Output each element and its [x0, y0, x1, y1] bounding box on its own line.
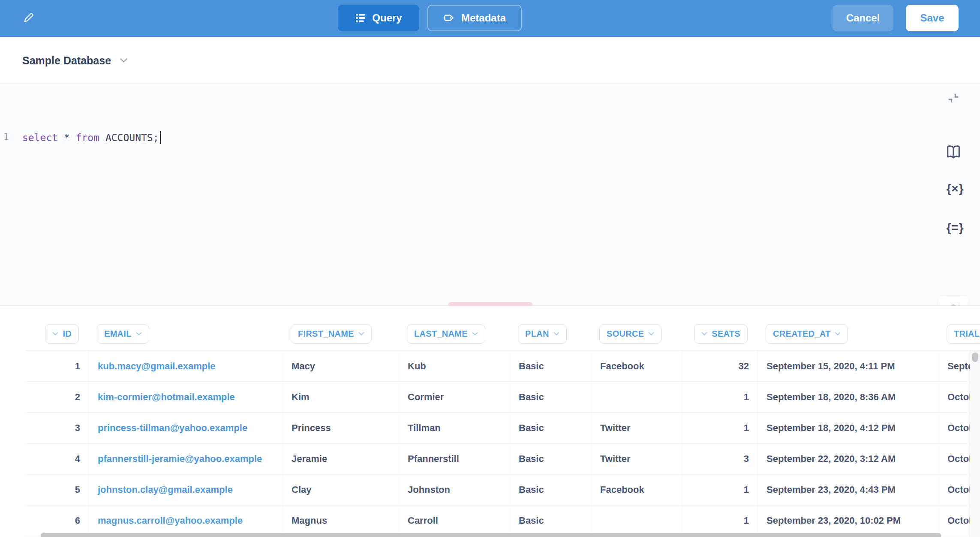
table-cell[interactable]: Pfannerstill — [399, 443, 510, 474]
table-cell[interactable]: Basic — [510, 413, 592, 443]
column-header-cell: PLAN — [510, 317, 592, 350]
horizontal-scrollbar-thumb[interactable] — [41, 533, 941, 537]
table-cell[interactable]: 3 — [26, 413, 89, 443]
table-cell[interactable]: 4 — [26, 443, 89, 474]
column-header-cell: CREATED_AT — [758, 317, 939, 350]
table-cell[interactable]: 3 — [682, 443, 758, 474]
tab-query-label: Query — [372, 12, 402, 24]
table-cell[interactable]: Clay — [283, 474, 399, 505]
collapse-editor-button[interactable] — [944, 89, 963, 108]
table-row: 5johnston.clay@gmail.exampleClayJohnston… — [26, 474, 980, 505]
table-cell[interactable]: Twitter — [592, 443, 682, 474]
table-cell[interactable]: 32 — [682, 351, 758, 381]
table-cell[interactable]: Basic — [510, 443, 592, 474]
table-cell[interactable]: kub.macy@gmail.example — [89, 351, 283, 381]
snippets-button[interactable]: {=} — [944, 221, 966, 235]
table-cell[interactable]: Cormier — [399, 382, 510, 412]
column-header-first_name[interactable]: FIRST_NAME — [291, 324, 372, 344]
column-header-seats[interactable]: SEATS — [694, 324, 748, 344]
table-cell[interactable]: magnus.carroll@yahoo.example — [89, 505, 283, 536]
database-picker[interactable]: Sample Database — [22, 37, 128, 84]
table-cell[interactable]: Jeramie — [283, 443, 399, 474]
table-cell[interactable]: 2 — [26, 382, 89, 412]
column-label: CREATED_AT — [773, 329, 830, 339]
table-cell[interactable]: 1 — [26, 351, 89, 381]
table-cell[interactable]: Basic — [510, 505, 592, 536]
table-cell[interactable]: Princess — [283, 413, 399, 443]
table-cell[interactable]: Kub — [399, 351, 510, 381]
table-cell[interactable] — [592, 382, 682, 412]
table-cell[interactable]: 5 — [26, 474, 89, 505]
vertical-scrollbar[interactable] — [970, 351, 980, 537]
cancel-button[interactable]: Cancel — [833, 5, 893, 31]
variables-icon: {×} — [946, 182, 964, 195]
data-reference-button[interactable] — [945, 143, 962, 162]
column-label: PLAN — [525, 329, 549, 339]
table-cell[interactable]: Carroll — [399, 505, 510, 536]
table-cell[interactable]: Johnston — [399, 474, 510, 505]
table-cell[interactable]: kim-cormier@hotmail.example — [89, 382, 283, 412]
table-cell[interactable]: September 22, 2020, 3:12 AM — [758, 443, 939, 474]
chevron-down-icon — [120, 58, 128, 63]
book-icon — [945, 143, 962, 160]
column-header-cell: ID — [26, 317, 89, 350]
table-cell[interactable]: September 15, 2020, 4:11 PM — [758, 351, 939, 381]
table-cell[interactable]: Magnus — [283, 505, 399, 536]
column-header-cell: SOURCE — [592, 317, 682, 350]
table-cell[interactable]: Basic — [510, 351, 592, 381]
table-cell[interactable] — [592, 505, 682, 536]
column-header-last_name[interactable]: LAST_NAME — [407, 324, 485, 344]
column-header-cell: EMAIL — [89, 317, 283, 350]
table-cell[interactable]: pfannerstill-jeramie@yahoo.example — [89, 443, 283, 474]
table-cell[interactable]: Macy — [283, 351, 399, 381]
table-row: 4pfannerstill-jeramie@yahoo.exampleJeram… — [26, 443, 980, 474]
table-cell[interactable]: 1 — [682, 413, 758, 443]
table-cell[interactable]: September 18, 2020, 8:36 AM — [758, 382, 939, 412]
table-cell[interactable]: Facebook — [592, 351, 682, 381]
column-label: SEATS — [712, 329, 740, 339]
sql-code[interactable]: select * from ACCOUNTS; — [22, 130, 161, 145]
vertical-scrollbar-thumb[interactable] — [972, 353, 978, 362]
chevron-down-icon — [52, 332, 58, 336]
table-cell[interactable]: johnston.clay@gmail.example — [89, 474, 283, 505]
column-header-id[interactable]: ID — [45, 324, 79, 344]
column-header-trial_e[interactable]: TRIAL_E — [947, 324, 980, 344]
table-cell[interactable]: September 23, 2020, 4:43 PM — [758, 474, 939, 505]
table-cell[interactable]: Twitter — [592, 413, 682, 443]
table-cell[interactable]: Tillman — [399, 413, 510, 443]
column-label: SOURCE — [607, 329, 644, 339]
line-number-gutter: 1 — [3, 132, 9, 142]
column-header-plan[interactable]: PLAN — [518, 324, 567, 344]
table-cell[interactable]: princess-tillman@yahoo.example — [89, 413, 283, 443]
chevron-down-icon — [553, 332, 559, 336]
top-bar: Query Metadata Cancel Save — [0, 0, 980, 37]
column-header-created_at[interactable]: CREATED_AT — [766, 324, 848, 344]
edit-pencil-icon — [22, 11, 35, 26]
table-cell[interactable]: 1 — [682, 474, 758, 505]
table-cell[interactable]: Kim — [283, 382, 399, 412]
sql-editor-section: Sample Database 1 select * from ACCOUNTS… — [0, 37, 980, 306]
chevron-down-icon — [136, 332, 142, 336]
chevron-down-icon — [358, 332, 364, 336]
table-row: 3princess-tillman@yahoo.examplePrincessT… — [26, 413, 980, 443]
table-cell[interactable]: Basic — [510, 382, 592, 412]
collapse-icon — [946, 91, 961, 106]
table-cell[interactable]: 1 — [682, 505, 758, 536]
tab-query[interactable]: Query — [338, 5, 419, 31]
table-cell[interactable]: Basic — [510, 474, 592, 505]
table-row: 1kub.macy@gmail.exampleMacyKubBasicFaceb… — [26, 351, 980, 382]
table-cell[interactable]: September 18, 2020, 4:12 PM — [758, 413, 939, 443]
table-cell[interactable]: 1 — [682, 382, 758, 412]
table-row: 2kim-cormier@hotmail.exampleKimCormierBa… — [26, 382, 980, 413]
database-picker-row: Sample Database — [0, 37, 980, 84]
variables-button[interactable]: {×} — [944, 182, 966, 196]
table-cell[interactable]: 6 — [26, 505, 89, 536]
column-header-cell: TRIAL_E — [939, 317, 980, 350]
tab-metadata[interactable]: Metadata — [427, 5, 522, 31]
query-results: IDEMAILFIRST_NAMELAST_NAMEPLANSOURCESEAT… — [0, 306, 980, 537]
save-button[interactable]: Save — [906, 5, 959, 31]
table-cell[interactable]: Facebook — [592, 474, 682, 505]
column-header-source[interactable]: SOURCE — [599, 324, 661, 344]
column-header-email[interactable]: EMAIL — [97, 324, 149, 344]
table-cell[interactable]: September 23, 2020, 10:02 PM — [758, 505, 939, 536]
